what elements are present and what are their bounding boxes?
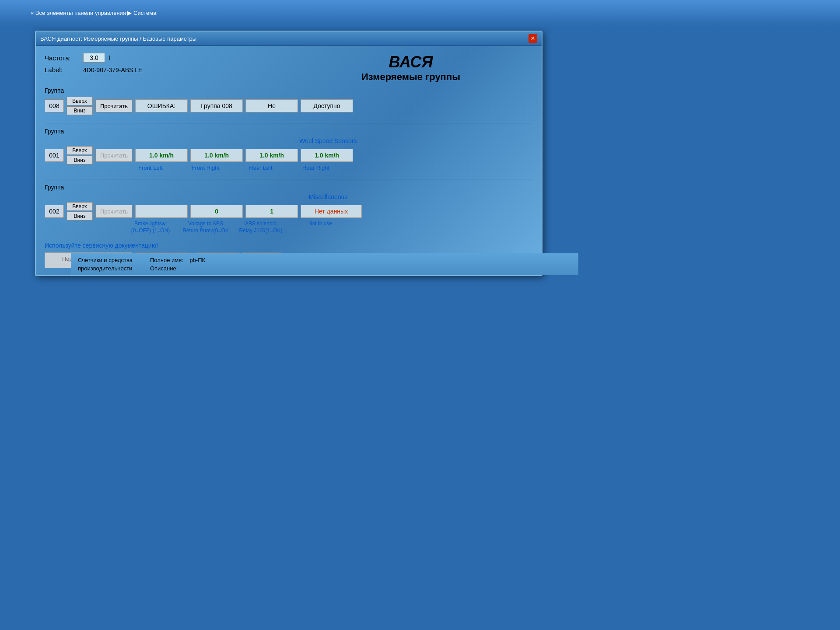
- app-title: ВАСЯ: [289, 53, 533, 71]
- taskbar: « Все элементы панели управления ▶ Систе…: [0, 0, 840, 26]
- group008-number: 008: [45, 99, 64, 112]
- misc-label-4: Not in use: [290, 220, 351, 234]
- group002-labels: Brake lightsw.(0=OFF) (1=ON) Voltage to …: [45, 220, 533, 234]
- group008-cell1: ОШИБКА:: [135, 99, 188, 112]
- info-col1: Счетчики и средства производительности: [78, 257, 133, 272]
- breadcrumb: « Все элементы панели управления ▶ Систе…: [31, 10, 156, 16]
- sensor-label-fr: Front Right: [179, 164, 232, 171]
- group001-cell1: 1.0 km/h: [135, 149, 188, 162]
- group001-read-button[interactable]: Прочитать: [95, 149, 133, 162]
- info-col1-line1: Счетчики и средства: [78, 257, 133, 263]
- group001-cell3: 1.0 km/h: [245, 149, 298, 162]
- group002-label: Группа: [45, 184, 533, 191]
- main-window: ВАСЯ диагност: Измеряемые группы / Базов…: [35, 31, 542, 276]
- group001-label: Группа: [45, 128, 533, 135]
- group002-cell1: [135, 205, 188, 218]
- service-note: Используйте сервисную документацию!: [45, 242, 533, 249]
- fullname-key: Полное имя:: [150, 257, 183, 263]
- misc-label-1: Brake lightsw.(0=OFF) (1=ON): [124, 220, 177, 234]
- label-value: 4D0-907-379-ABS.LE: [83, 66, 142, 74]
- group002-cell4: Нет данных: [301, 205, 362, 218]
- group008-cell2: Группа 008: [190, 99, 243, 112]
- group001-up-button[interactable]: Вверх: [66, 146, 93, 155]
- fullname-label: Полное имя: pb-ПК: [150, 257, 205, 263]
- fullname-value: pb-ПК: [189, 257, 205, 263]
- freq-row: Частота: I: [45, 53, 289, 63]
- group008-updown: Вверх Вниз: [66, 97, 93, 115]
- group001-cell4: 1.0 km/h: [301, 149, 353, 162]
- group008-label: Группа: [45, 87, 533, 94]
- sensor-label-rl: Rear Left: [234, 164, 287, 171]
- description-label: Описание:: [150, 265, 205, 272]
- divider1: [45, 123, 533, 123]
- group001-subtitle: Weel Speed Sensors: [45, 137, 533, 144]
- group002-number: 002: [45, 205, 64, 218]
- misc-label-2: Voltage to ABSReturn Pump(0=OK: [179, 220, 232, 234]
- group001-number: 001: [45, 149, 64, 162]
- freq-label: Частота:: [45, 54, 80, 62]
- freq-unit: I: [108, 54, 110, 61]
- group008-cell3: Не: [245, 99, 298, 112]
- window-titlebar: ВАСЯ диагност: Измеряемые группы / Базов…: [36, 32, 542, 46]
- group008-row: 008 Вверх Вниз Прочитать ОШИБКА: Группа …: [45, 97, 533, 115]
- bottom-info-bar: Счетчики и средства производительности П…: [71, 253, 578, 275]
- group002-cell2: 0: [190, 205, 243, 218]
- group002-row: 002 Вверх Вниз Прочитать 0 1 Нет данных: [45, 202, 533, 220]
- group008-cell4: Доступно: [301, 99, 353, 112]
- label-row: Label: 4D0-907-379-ABS.LE: [45, 66, 289, 74]
- group008-down-button[interactable]: Вниз: [66, 106, 93, 115]
- group002-up-button[interactable]: Вверх: [66, 202, 93, 211]
- freq-input[interactable]: [83, 53, 105, 63]
- misc-label-3: ABS solenoidRelay J106(1=OK): [234, 220, 287, 234]
- sensor-label-fl: Front Left: [124, 164, 177, 171]
- group001-cell2: 1.0 km/h: [190, 149, 243, 162]
- info-col1-line2: производительности: [78, 265, 133, 272]
- group008-section: Группа 008 Вверх Вниз Прочитать ОШИБКА: …: [45, 87, 533, 115]
- info-col2: Полное имя: pb-ПК Описание:: [150, 257, 205, 272]
- group002-section: Группа Miscellaneous 002 Вверх Вниз Проч…: [45, 184, 533, 234]
- group001-updown: Вверх Вниз: [66, 146, 93, 164]
- group008-up-button[interactable]: Вверх: [66, 97, 93, 105]
- group002-cell3: 1: [245, 205, 298, 218]
- group001-row: 001 Вверх Вниз Прочитать 1.0 km/h 1.0 km…: [45, 146, 533, 164]
- group002-down-button[interactable]: Вниз: [66, 212, 93, 220]
- app-subtitle: Измеряемые группы: [289, 71, 533, 83]
- group002-read-button[interactable]: Прочитать: [95, 205, 133, 218]
- header-row: Частота: I Label: 4D0-907-379-ABS.LE ВАС…: [45, 53, 533, 83]
- group001-down-button[interactable]: Вниз: [66, 156, 93, 164]
- close-button[interactable]: ✕: [528, 34, 537, 43]
- group002-subtitle: Miscellaneous: [45, 193, 533, 200]
- header-left: Частота: I Label: 4D0-907-379-ABS.LE: [45, 53, 289, 78]
- group001-labels: Front Left Front Right Rear Left Rear Ri…: [45, 164, 533, 171]
- window-content: Частота: I Label: 4D0-907-379-ABS.LE ВАС…: [36, 46, 542, 275]
- group008-read-button[interactable]: Прочитать: [95, 99, 133, 112]
- divider2: [45, 179, 533, 179]
- label-key: Label:: [45, 66, 80, 74]
- group002-updown: Вверх Вниз: [66, 202, 93, 220]
- sensor-label-rr: Rear Right: [290, 164, 342, 171]
- window-title: ВАСЯ диагност: Измеряемые группы / Базов…: [40, 35, 196, 42]
- group001-section: Группа Weel Speed Sensors 001 Вверх Вниз…: [45, 128, 533, 171]
- header-right: ВАСЯ Измеряемые группы: [289, 53, 533, 83]
